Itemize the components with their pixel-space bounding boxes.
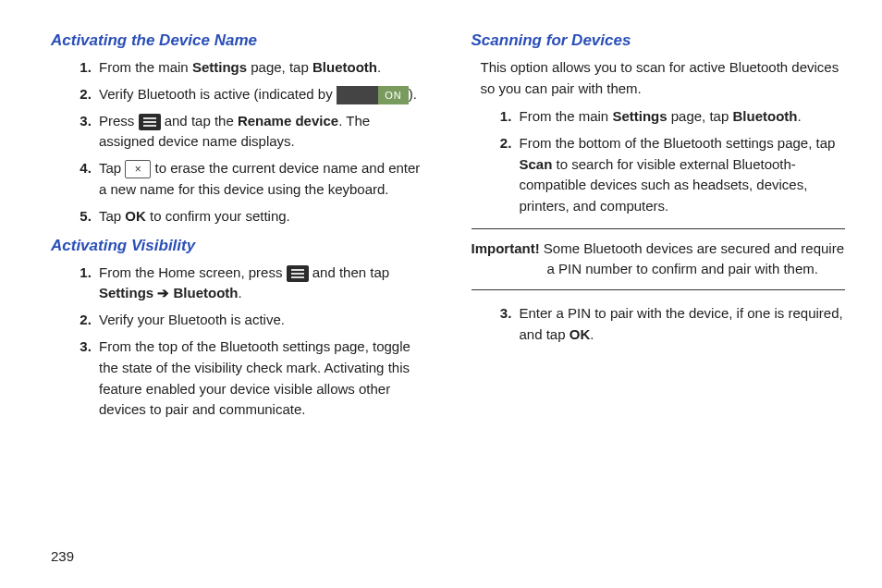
bold-text: Scan [520,156,553,172]
step-text: From the main [99,59,192,75]
bold-text: Settings [99,285,153,300]
step-text: and then tap [309,264,390,280]
toggle-on-icon [337,86,409,104]
list-item: From the main Settings page, tap Bluetoo… [95,57,425,79]
bold-text: Bluetooth [174,285,239,300]
list-item: Verify your Bluetooth is active. [95,310,425,331]
heading-activating-device-name: Activating the Device Name [51,31,425,50]
bold-text: Rename device [238,113,338,129]
steps-activating-visibility: From the Home screen, press and then tap… [51,263,425,422]
list-item: From the top of the Bluetooth settings p… [95,337,425,421]
right-column: Scanning for Devices This option allows … [472,28,846,430]
bold-text: Bluetooth [732,108,797,124]
clear-text-icon [125,160,151,178]
step-text: Tap [99,160,125,176]
bold-text: Settings [192,59,247,75]
heading-scanning-for-devices: Scanning for Devices [472,31,846,50]
bold-text: Settings [612,108,667,124]
step-text: . [239,285,242,300]
step-text: page, tap [247,59,312,75]
heading-activating-visibility: Activating Visibility [51,237,425,255]
step-text: Tap [99,208,125,224]
bold-text: Bluetooth [312,59,377,75]
step-text: page, tap [668,108,733,124]
step-text: Verify your Bluetooth is active. [99,312,285,327]
step-text: . [797,108,801,124]
steps-scanning-a: From the main Settings page, tap Bluetoo… [472,106,846,217]
step-text: . [377,59,381,75]
step-text: From the top of the Bluetooth settings p… [99,338,410,417]
page-number: 239 [51,548,74,564]
list-item: Verify Bluetooth is active (indicated by… [95,84,425,105]
step-text: From the bottom of the Bluetooth setting… [520,135,836,151]
intro-text: This option allows you to scan for activ… [481,57,846,99]
list-item: From the bottom of the Bluetooth setting… [516,133,846,217]
step-text: From the main [520,108,613,124]
step-text: and tap the [161,113,238,129]
manual-page: Activating the Device Name From the main… [0,0,882,448]
step-text: to confirm your setting. [146,208,290,224]
step-text: ). [409,86,417,102]
important-label: Important! [472,240,540,256]
menu-icon [287,265,309,282]
list-item: Press and tap the Rename device. The ass… [95,111,425,153]
step-text: From the Home screen, press [99,264,287,280]
step-text: to search for visible external Bluetooth… [520,156,808,214]
list-item: Tap OK to confirm your setting. [95,206,425,227]
menu-icon [139,114,161,130]
list-item: Tap to erase the current device name and… [95,158,425,201]
important-note: Important! Some Bluetooth devices are se… [472,228,846,290]
arrow-icon: ➔ [153,285,173,300]
list-item: Enter a PIN to pair with the device, if … [516,303,846,346]
list-item: From the main Settings page, tap Bluetoo… [516,106,846,128]
step-text: Enter a PIN to pair with the device, if … [520,305,843,342]
bold-text: OK [125,208,146,224]
step-text: . [590,326,594,342]
list-item: From the Home screen, press and then tap… [95,263,425,305]
steps-scanning-b: Enter a PIN to pair with the device, if … [472,303,846,346]
important-text: Some Bluetooth devices are secured and r… [540,240,844,277]
steps-activating-device-name: From the main Settings page, tap Bluetoo… [51,57,425,227]
left-column: Activating the Device Name From the main… [51,28,425,430]
bold-text: OK [570,326,591,342]
step-text: Press [99,113,139,129]
step-text: Verify Bluetooth is active (indicated by [99,86,337,102]
